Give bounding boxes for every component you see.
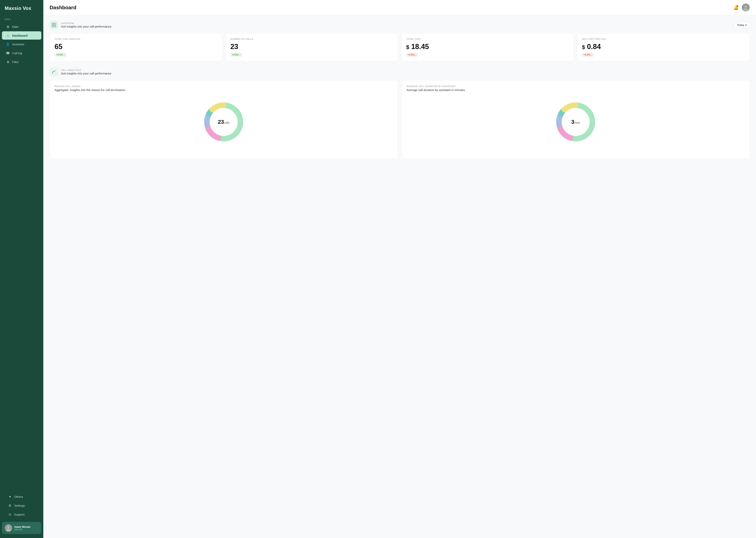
- overview-header-left: OVERVIEW Get insights into your call per…: [50, 21, 112, 29]
- stat-value: 65: [55, 42, 217, 51]
- stat-label: AVG COST PER CALL: [582, 38, 745, 40]
- overview-description: Get insights into your call performance: [61, 25, 112, 28]
- svg-point-1: [7, 526, 10, 528]
- header: Dashboard 🔔: [43, 0, 756, 15]
- analytics-header-left: CALL ANALYTICS Get insights into your ca…: [50, 68, 112, 76]
- svg-rect-9: [54, 26, 56, 27]
- stat-value: $ 18.45: [406, 42, 569, 51]
- sidebar-item-others[interactable]: ✦ Others: [4, 493, 39, 501]
- stat-card-3: AVG COST PER CALL $ 0.84 +4.5% ↓: [577, 33, 750, 61]
- stat-value: 23: [230, 42, 393, 51]
- notification-dot: [737, 5, 738, 7]
- chart-label: AVERAGE CALL DURATION BY ASSISTANT: [406, 85, 745, 87]
- sidebar-item-settings[interactable]: ⚙ Settings: [4, 501, 39, 510]
- svg-point-4: [744, 5, 747, 8]
- analytics-icon: [50, 68, 58, 76]
- sidebar-bottom-nav: ✦ Others ⚙ Settings ⊙ Support: [2, 493, 41, 519]
- avatar: [5, 524, 12, 532]
- donut-center: 23calls: [218, 119, 229, 125]
- analytics-grid: REASON CALL ENDED Aggregate: Insights in…: [50, 80, 750, 159]
- main-content: Dashboard 🔔: [43, 0, 756, 538]
- sidebar-item-main[interactable]: ⊞ Main: [2, 23, 41, 31]
- header-actions: 🔔: [733, 4, 750, 11]
- stat-badge: +4.5% ↑: [55, 53, 66, 57]
- analytics-description: Get insights into your call performance: [61, 72, 112, 75]
- assistant-icon: 👤: [6, 42, 10, 46]
- stat-label: NUMBER OF CALLS: [230, 38, 393, 40]
- dashboard-icon: ⌂: [6, 34, 10, 37]
- stat-badge: +4.5% ↓: [582, 53, 594, 57]
- analytics-section-header: CALL ANALYTICS Get insights into your ca…: [50, 68, 750, 76]
- sidebar-item-files[interactable]: ⊕ Files: [2, 58, 41, 66]
- sidebar-item-label: Settings: [14, 504, 25, 507]
- stat-label: TOTAL COST: [406, 38, 569, 40]
- stat-value: $ 0.84: [582, 42, 745, 51]
- donut-wrapper: 3mins: [554, 100, 597, 144]
- date-filter-label: Today: [737, 24, 744, 27]
- stat-card-1: NUMBER OF CALLS 23 +4.5% ↑: [225, 33, 398, 61]
- svg-rect-6: [52, 23, 54, 25]
- donut-container: 3mins: [406, 96, 745, 147]
- analytics-text: CALL ANALYTICS Get insights into your ca…: [61, 69, 112, 75]
- overview-text: OVERVIEW Get insights into your call per…: [61, 22, 112, 28]
- svg-rect-7: [54, 23, 56, 25]
- analytics-card-1: AVERAGE CALL DURATION BY ASSISTANT Avera…: [402, 80, 750, 159]
- stats-grid: TOTAL CALL MINUTES 65 +4.5% ↑ NUMBER OF …: [50, 33, 750, 61]
- overview-label: OVERVIEW: [61, 22, 112, 25]
- notification-button[interactable]: 🔔: [733, 5, 739, 10]
- sidebar-item-label: Support: [14, 513, 24, 516]
- settings-icon: ⚙: [8, 504, 12, 508]
- stat-badge: +4.5% ↑: [230, 53, 242, 57]
- sidebar-item-label: Main: [12, 25, 19, 28]
- sidebar-section-main: Main: [0, 15, 43, 22]
- sidebar-item-label: Call log: [12, 51, 22, 55]
- sidebar-item-support[interactable]: ⊙ Support: [4, 510, 39, 519]
- user-id: 2A5-690: [14, 528, 33, 531]
- stat-card-0: TOTAL CALL MINUTES 65 +4.5% ↑: [50, 33, 222, 61]
- donut-container: 23calls: [55, 96, 393, 147]
- user-avatar-header[interactable]: [742, 4, 750, 11]
- sidebar-nav: ⊞ Main ⌂ Dashboard 👤 Assistant ☎ Call lo…: [0, 22, 43, 67]
- main-icon: ⊞: [6, 25, 10, 28]
- sidebar-item-label: Dashboard: [12, 34, 27, 37]
- chart-title: Average call duration by assistant in mi…: [406, 88, 745, 92]
- others-icon: ✦: [8, 495, 12, 499]
- user-name: Adam Woods: [14, 525, 33, 528]
- logout-icon[interactable]: →: [35, 526, 39, 530]
- donut-wrapper: 23calls: [202, 100, 245, 144]
- sidebar-item-label: Others: [14, 495, 23, 498]
- app-logo: Maxsio Vox: [0, 0, 43, 15]
- overview-section-header: OVERVIEW Get insights into your call per…: [50, 21, 750, 29]
- sidebar-item-label: Assistant: [12, 42, 24, 46]
- overview-icon: [50, 21, 58, 29]
- sidebar-item-label: Files: [12, 60, 19, 64]
- sidebar-item-calllog[interactable]: ☎ Call log: [2, 49, 41, 57]
- date-filter-button[interactable]: Today ▾: [734, 22, 750, 28]
- donut-unit: mins: [574, 121, 580, 124]
- donut-unit: calls: [224, 121, 230, 124]
- sidebar: Maxsio Vox Main ⊞ Main ⌂ Dashboard 👤 Ass…: [0, 0, 43, 538]
- svg-rect-8: [52, 26, 54, 27]
- stat-badge: +4.5% ↓: [406, 53, 418, 57]
- content-body: OVERVIEW Get insights into your call per…: [43, 15, 756, 165]
- sidebar-item-assistant[interactable]: 👤 Assistant: [2, 40, 41, 48]
- stat-label: TOTAL CALL MINUTES: [55, 38, 217, 40]
- chevron-down-icon: ▾: [745, 24, 747, 27]
- donut-value: 3: [571, 119, 574, 125]
- page-title: Dashboard: [50, 5, 76, 11]
- support-icon: ⊙: [8, 512, 12, 516]
- donut-value: 23: [218, 119, 224, 125]
- chart-label: REASON CALL ENDED: [55, 85, 393, 87]
- sidebar-bottom: ✦ Others ⚙ Settings ⊙ Support Adam Woods…: [0, 489, 43, 538]
- chart-title: Aggregate: Insights into the reason for …: [55, 88, 393, 92]
- calllog-icon: ☎: [6, 51, 10, 55]
- user-card[interactable]: Adam Woods 2A5-690 →: [2, 522, 41, 534]
- donut-center: 3mins: [571, 119, 580, 125]
- analytics-label: CALL ANALYTICS: [61, 69, 112, 71]
- analytics-card-0: REASON CALL ENDED Aggregate: Insights in…: [50, 80, 398, 159]
- sidebar-item-dashboard[interactable]: ⌂ Dashboard: [2, 31, 41, 40]
- stat-card-2: TOTAL COST $ 18.45 +4.5% ↓: [401, 33, 574, 61]
- files-icon: ⊕: [6, 60, 10, 64]
- user-info: Adam Woods 2A5-690: [14, 525, 33, 531]
